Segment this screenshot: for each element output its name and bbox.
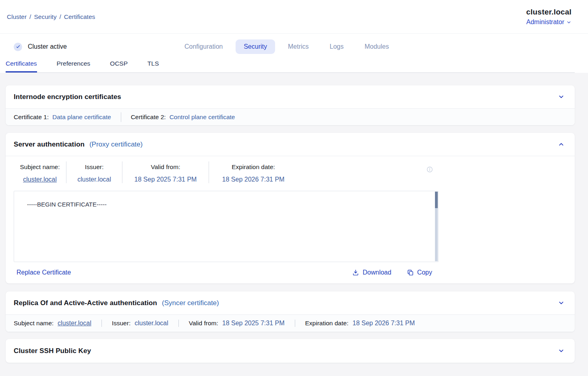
internode-collapse-toggle[interactable] [557,93,565,101]
ssh-card-title: Cluster SSH Public Key [14,347,91,355]
scrollbar-thumb[interactable] [435,192,438,208]
control-plane-certificate-link[interactable]: Control plane certificate [170,114,235,121]
divider [121,112,121,122]
top-bar: Cluster / Security / Certificates cluste… [0,0,588,34]
certificates-page: Internode encryption certificates Certif… [0,73,588,363]
copy-icon [407,269,414,276]
tab-metrics[interactable]: Metrics [280,39,317,54]
certificate-actions: Replace Certificate Download [14,269,439,276]
valid-from-value: 18 Sep 2025 7:31 PM [125,176,206,183]
tab-logs[interactable]: Logs [322,39,352,54]
certificate-text-area[interactable]: -----BEGIN CERTIFICATE----- [14,191,439,262]
chevron-up-icon [558,141,565,148]
subject-name-field: Subject name: cluster.local [14,161,66,183]
replica-authentication-card: Replica Of and Active-Active authenticat… [6,291,575,332]
breadcrumb-cluster[interactable]: Cluster [7,13,27,21]
copy-button[interactable]: Copy [407,269,432,276]
cluster-name: cluster.local [526,8,571,17]
internode-card-header[interactable]: Internode encryption certificates [6,85,575,108]
subtab-ocsp[interactable]: OCSP [110,60,128,72]
expiration-date-label: Expiration date: [305,320,349,327]
divider [178,320,179,327]
status-tab-bar: Cluster active Configuration Security Me… [0,34,588,60]
tab-configuration[interactable]: Configuration [176,39,231,54]
cluster-status-label: Cluster active [28,43,67,50]
cluster-identity: cluster.local Administrator [526,8,571,26]
server-auth-collapse-toggle[interactable] [557,140,565,149]
user-role-menu[interactable]: Administrator [526,19,571,26]
certificate-text: -----BEGIN CERTIFICATE----- [27,201,107,208]
divider [101,320,102,327]
breadcrumb-separator: / [29,13,31,21]
tab-modules[interactable]: Modules [356,39,397,54]
subject-name-link[interactable]: cluster.local [58,320,91,327]
chevron-down-icon [558,93,565,100]
syncer-certificate-link[interactable]: (Syncer certificate) [162,299,219,307]
valid-from-label: Valid from: [125,161,206,171]
breadcrumb: Cluster / Security / Certificates [7,13,95,21]
internode-card-title: Internode encryption certificates [14,93,121,101]
expiration-date-field: Expiration date: 18 Sep 2026 7:31 PM [209,161,298,183]
ssh-collapse-toggle[interactable] [557,347,565,355]
replica-collapse-toggle[interactable] [557,299,565,307]
divider [295,320,295,327]
info-icon[interactable] [427,166,433,174]
breadcrumb-certificates[interactable]: Certificates [64,13,95,21]
cluster-status: Cluster active [0,43,67,51]
replica-card-title: Replica Of and Active-Active authenticat… [14,299,157,307]
chevron-down-icon [566,20,571,25]
ssh-card-header[interactable]: Cluster SSH Public Key [6,339,575,363]
valid-from-field: Valid from: 18 Sep 2025 7:31 PM [122,161,209,183]
certificate-1-label: Certificate 1: [14,114,49,121]
subtab-tls[interactable]: TLS [147,60,159,72]
user-role-label: Administrator [526,19,564,26]
internode-certificates-row: Certificate 1: Data plane certificate Ce… [6,108,575,125]
internode-encryption-card: Internode encryption certificates Certif… [6,85,575,125]
issuer-field: Issuer: cluster.local [66,161,122,183]
ssh-public-key-card: Cluster SSH Public Key [6,339,575,363]
valid-from-label: Valid from: [189,320,218,327]
certificate-2-label: Certificate 2: [131,114,166,121]
download-button[interactable]: Download [352,269,391,276]
valid-from-value: 18 Sep 2025 7:31 PM [222,320,285,327]
copy-label: Copy [417,269,432,276]
issuer-value: cluster.local [135,320,168,327]
scrollbar[interactable] [435,192,438,261]
proxy-certificate-link[interactable]: (Proxy certificate) [89,140,143,149]
server-authentication-card: Server authentication (Proxy certificate… [6,133,575,283]
subject-name-link[interactable]: cluster.local [23,176,57,183]
expiration-date-value: 18 Sep 2026 7:31 PM [352,320,415,327]
chevron-down-icon [558,300,565,306]
expiration-date-value: 18 Sep 2026 7:31 PM [211,176,295,183]
replace-certificate-button[interactable]: Replace Certificate [17,269,71,276]
server-auth-title: Server authentication [14,140,85,149]
subtab-certificates[interactable]: Certificates [6,60,37,72]
breadcrumb-separator: / [59,13,61,21]
subject-name-label: Subject name: [14,320,54,327]
issuer-label: Issuer: [69,161,120,171]
download-icon [352,269,359,276]
replica-certificate-summary: Subject name: cluster.local Issuer: clus… [6,314,575,332]
cluster-active-check-icon [14,43,22,51]
expiration-date-label: Expiration date: [211,161,295,171]
certificate-fields: Subject name: cluster.local Issuer: clus… [6,156,575,189]
server-auth-card-header[interactable]: Server authentication (Proxy certificate… [6,133,575,156]
issuer-label: Issuer: [112,320,131,327]
subject-name-label: Subject name: [16,161,64,171]
chevron-down-icon [558,347,565,354]
replica-card-header[interactable]: Replica Of and Active-Active authenticat… [6,291,575,314]
security-sub-tabs: Certificates Preferences OCSP TLS [0,60,588,73]
download-label: Download [362,269,391,276]
data-plane-certificate-link[interactable]: Data plane certificate [52,114,111,121]
breadcrumb-security[interactable]: Security [34,13,56,21]
issuer-value: cluster.local [69,176,120,183]
tab-security[interactable]: Security [236,39,275,54]
subtab-preferences[interactable]: Preferences [57,60,91,72]
main-tabs: Configuration Security Metrics Logs Modu… [176,34,397,60]
